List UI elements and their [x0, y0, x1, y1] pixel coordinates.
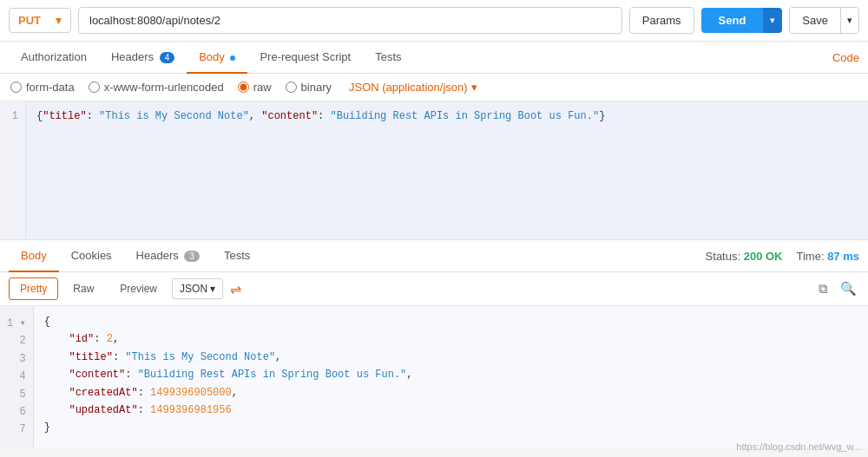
resp-line-5: 5 [7, 386, 26, 403]
resp-tab-cookies[interactable]: Cookies [59, 240, 124, 272]
resp-line-2: 2 [7, 332, 26, 349]
tab-prerequest[interactable]: Pre-request Script [247, 42, 363, 74]
line-number-1: 1 [7, 110, 18, 122]
resp-line-numbers: 1 ▾ 2 3 4 5 6 7 [0, 306, 34, 447]
tab-body[interactable]: Body [187, 42, 247, 74]
method-button[interactable]: PUT ▾ [9, 8, 71, 33]
response-code-area: 1 ▾ 2 3 4 5 6 7 { "id": 2, "title": "Thi… [0, 306, 868, 447]
status-label: Status: 200 OK [706, 250, 783, 263]
tab-headers[interactable]: Headers 4 [99, 42, 187, 74]
resp-toolbar-right: ⧉ 🔍 [816, 278, 859, 299]
status-value: 200 OK [744, 250, 783, 263]
request-line-numbers: 1 [0, 101, 26, 239]
binary-label: binary [301, 81, 332, 94]
response-section: Body Cookies Headers 3 Tests Status: 200… [0, 240, 868, 447]
request-code-content[interactable]: {"title": "This is My Second Note", "con… [26, 101, 868, 239]
resp-line-4: 4 [7, 368, 26, 385]
code-link[interactable]: Code [832, 51, 859, 64]
search-button[interactable]: 🔍 [838, 278, 859, 299]
raw-option[interactable]: raw [238, 81, 272, 94]
resp-tab-body[interactable]: Body [9, 240, 59, 272]
save-group: Save ▾ [789, 7, 859, 34]
resp-headers-badge: 3 [184, 251, 200, 262]
url-input[interactable] [78, 7, 622, 34]
raw-btn[interactable]: Raw [62, 277, 105, 300]
form-data-option[interactable]: form-data [10, 81, 75, 94]
wrap-icon[interactable]: ⇌ [230, 281, 241, 297]
send-button[interactable]: Send [701, 8, 764, 33]
resp-json-chevron-icon: ▾ [210, 283, 215, 295]
raw-label: raw [253, 81, 272, 94]
resp-line-6: 6 [7, 403, 26, 421]
top-bar: PUT ▾ Params Send ▾ Save ▾ [0, 0, 868, 42]
request-tabs: Authorization Headers 4 Body Pre-request… [0, 42, 868, 74]
urlencoded-option[interactable]: x-www-form-urlencoded [89, 81, 224, 94]
preview-btn[interactable]: Preview [108, 277, 168, 300]
response-toolbar: Pretty Raw Preview JSON ▾ ⇌ ⧉ 🔍 [0, 272, 868, 306]
params-button[interactable]: Params [629, 7, 694, 34]
response-tabs: Body Cookies Headers 3 Tests [9, 240, 262, 271]
resp-json-label: JSON [180, 283, 207, 295]
resp-line-1: 1 ▾ [7, 315, 26, 332]
request-code-editor: 1 {"title": "This is My Second Note", "c… [0, 101, 868, 240]
method-chevron-icon: ▾ [56, 14, 62, 27]
json-format-label: JSON (application/json) [349, 81, 468, 94]
json-format-select[interactable]: JSON (application/json) ▾ [349, 81, 477, 94]
resp-line-7: 7 [7, 421, 26, 438]
binary-option[interactable]: binary [286, 81, 332, 94]
pretty-btn[interactable]: Pretty [9, 277, 58, 300]
copy-button[interactable]: ⧉ [816, 278, 831, 299]
tab-authorization[interactable]: Authorization [9, 42, 99, 74]
body-dot [230, 55, 235, 61]
save-dropdown-button[interactable]: ▾ [840, 8, 858, 33]
time-value: 87 ms [827, 250, 859, 263]
resp-tab-tests[interactable]: Tests [212, 240, 262, 272]
headers-badge: 4 [160, 52, 175, 63]
time-label: Time: 87 ms [796, 250, 859, 263]
resp-line-3: 3 [7, 350, 26, 368]
response-status: Status: 200 OK Time: 87 ms [706, 250, 859, 263]
send-dropdown-button[interactable]: ▾ [763, 8, 782, 33]
send-group: Send ▾ [701, 8, 783, 33]
form-data-label: form-data [26, 81, 75, 94]
json-format-chevron-icon: ▾ [471, 81, 477, 94]
resp-json-format[interactable]: JSON ▾ [172, 278, 223, 299]
resp-code-content[interactable]: { "id": 2, "title": "This is My Second N… [34, 306, 868, 447]
method-label: PUT [18, 14, 41, 27]
body-options: form-data x-www-form-urlencoded raw bina… [0, 74, 868, 101]
save-button[interactable]: Save [790, 8, 840, 33]
response-header: Body Cookies Headers 3 Tests Status: 200… [0, 240, 868, 272]
resp-tab-headers[interactable]: Headers 3 [124, 240, 212, 272]
tab-tests[interactable]: Tests [363, 42, 413, 74]
watermark: https://blog.csdn.net/wvg_w... [736, 441, 861, 447]
urlencoded-label: x-www-form-urlencoded [104, 81, 224, 94]
